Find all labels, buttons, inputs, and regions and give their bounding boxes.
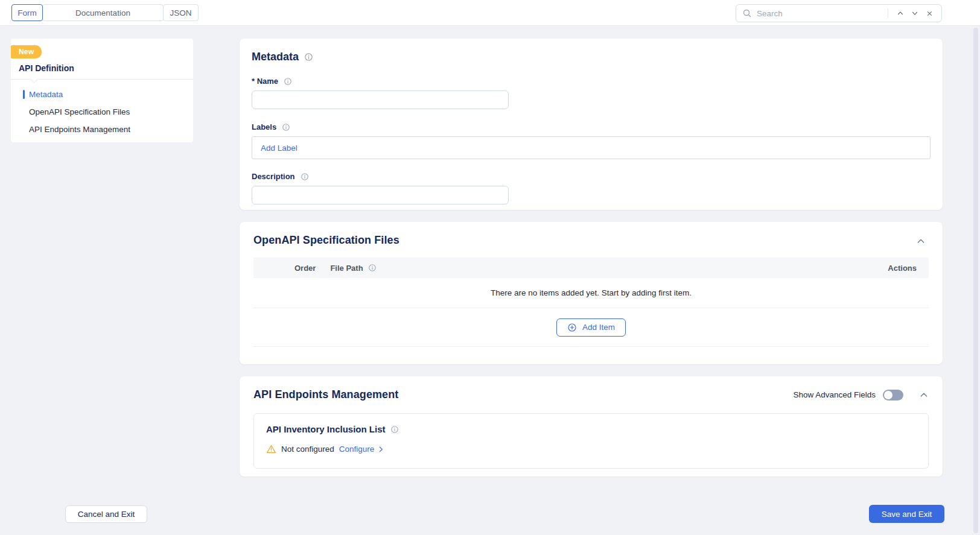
metadata-section-title: Metadata	[252, 51, 299, 63]
scrollbar-thumb[interactable]	[973, 28, 978, 533]
column-header-file-path: File Path	[330, 264, 363, 273]
table-add-row: Add Item	[253, 308, 929, 347]
sidebar-nav-card: New API Definition Metadata OpenAPI Spec…	[11, 39, 193, 142]
not-configured-status: Not configured	[281, 445, 334, 454]
info-icon[interactable]	[284, 77, 292, 86]
labels-field-label: Labels	[252, 122, 276, 131]
collapse-notch-icon	[30, 75, 38, 83]
column-header-order: Order	[294, 264, 316, 273]
name-field[interactable]	[252, 90, 509, 109]
show-advanced-fields-label: Show Advanced Fields	[793, 390, 876, 399]
sidebar-item-label: OpenAPI Specification Files	[29, 107, 130, 116]
add-label-link[interactable]: Add Label	[261, 144, 298, 153]
sidebar-item-label: Metadata	[29, 90, 63, 99]
sidebar-item-openapi-spec-files[interactable]: OpenAPI Specification Files	[11, 103, 193, 121]
api-endpoints-title: API Endpoints Management	[253, 388, 398, 401]
search-input[interactable]	[757, 9, 884, 18]
plus-circle-icon	[567, 323, 577, 332]
configure-link-label: Configure	[339, 445, 375, 454]
tab-documentation[interactable]: Documentation	[42, 4, 164, 21]
info-icon[interactable]	[368, 264, 377, 272]
configure-link[interactable]: Configure	[339, 445, 386, 454]
topbar: Form Documentation JSON	[0, 0, 980, 26]
info-icon[interactable]	[304, 52, 313, 62]
add-item-label: Add Item	[582, 323, 615, 332]
toggle-knob	[884, 391, 892, 399]
spec-files-table: Order File Path Actions There are no ite…	[253, 258, 929, 347]
openapi-spec-files-section: OpenAPI Specification Files Order File P…	[240, 222, 943, 364]
inclusion-list-title: API Inventory Inclusion List	[266, 424, 386, 434]
table-empty-state: There are no items added yet. Start by a…	[253, 278, 929, 308]
sidebar-item-api-endpoints-management[interactable]: API Endpoints Management	[11, 121, 193, 138]
sidebar-item-metadata[interactable]: Metadata	[11, 86, 193, 103]
search-divider	[888, 8, 888, 18]
view-tabs: Form Documentation JSON	[12, 4, 199, 21]
collapse-section-icon[interactable]	[916, 236, 926, 246]
description-field[interactable]	[252, 186, 509, 204]
info-icon[interactable]	[301, 173, 309, 181]
openapi-spec-files-title: OpenAPI Specification Files	[253, 234, 399, 247]
search-icon	[742, 8, 752, 18]
api-endpoints-section: API Endpoints Management Show Advanced F…	[240, 376, 943, 476]
sidebar-item-label: API Endpoints Management	[29, 125, 130, 134]
info-icon[interactable]	[390, 425, 399, 434]
sidebar-divider	[11, 79, 193, 80]
sidebar-section-list: Metadata OpenAPI Specification Files API…	[11, 86, 193, 138]
name-field-label: * Name	[252, 77, 278, 86]
active-indicator	[23, 90, 25, 99]
search-box	[736, 4, 942, 22]
info-icon[interactable]	[282, 123, 290, 131]
column-header-actions: Actions	[888, 264, 917, 273]
cancel-and-exit-button[interactable]: Cancel and Exit	[65, 505, 147, 523]
page: Form Documentation JSON New API Definiti…	[0, 0, 980, 535]
tab-form[interactable]: Form	[11, 4, 43, 21]
description-field-label: Description	[252, 172, 295, 181]
search-close-icon[interactable]	[923, 7, 935, 19]
search-prev-icon[interactable]	[894, 7, 906, 19]
table-header-row: Order File Path Actions	[253, 258, 929, 278]
status-badge-new: New	[11, 45, 42, 59]
save-and-exit-button[interactable]: Save and Exit	[869, 505, 944, 523]
show-advanced-fields-toggle[interactable]	[883, 390, 903, 400]
metadata-section: Metadata * Name Labels Add Label Descrip…	[240, 39, 943, 210]
warning-icon	[266, 444, 276, 454]
sidebar-title: API Definition	[19, 63, 74, 73]
search-next-icon[interactable]	[909, 7, 921, 19]
labels-field: Add Label	[252, 136, 931, 159]
add-item-button[interactable]: Add Item	[556, 318, 626, 337]
tab-json[interactable]: JSON	[163, 4, 199, 21]
api-inventory-inclusion-card: API Inventory Inclusion List Not configu…	[253, 413, 929, 469]
collapse-section-icon[interactable]	[919, 390, 929, 400]
